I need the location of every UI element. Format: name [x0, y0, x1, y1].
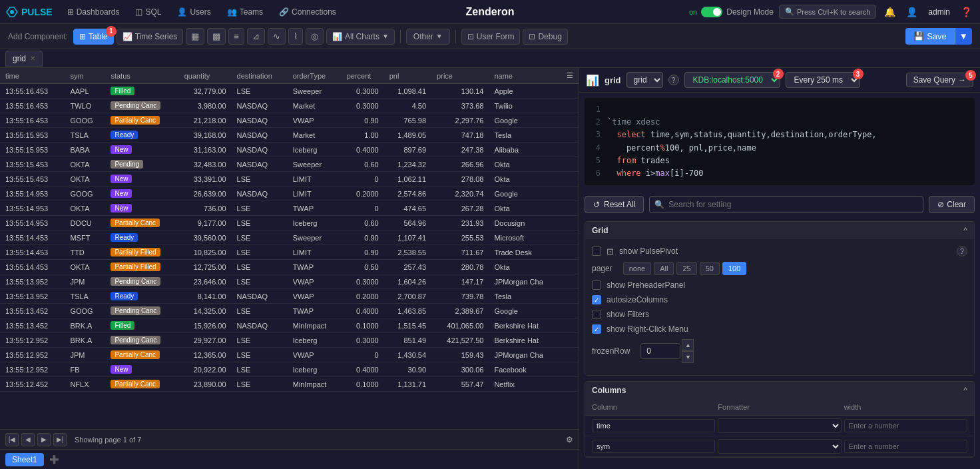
table-row[interactable]: 13:55:13.452 BRK.A Filled 15,926.00 NASD… — [0, 318, 579, 333]
save-button[interactable]: 💾 Save — [905, 28, 955, 45]
donut-icon[interactable]: ◎ — [306, 28, 324, 45]
table-row[interactable]: 13:55:16.453 TWLO Pending Canc 3,980.00 … — [0, 99, 579, 113]
pager-50[interactable]: 50 — [700, 262, 720, 275]
table-row[interactable]: 13:55:16.453 AAPL Filled 32,779.00 LSE S… — [0, 84, 579, 99]
table-row[interactable]: 13:55:15.953 TSLA Ready 39,168.00 NASDAQ… — [0, 128, 579, 143]
col-sym[interactable]: sym — [65, 68, 105, 84]
col-sym-formatter[interactable] — [718, 439, 841, 454]
line-chart-icon[interactable]: ∿ — [268, 28, 286, 45]
collapse-icon[interactable]: ^ — [963, 226, 967, 235]
preheader-checkbox[interactable] — [592, 280, 601, 290]
col-quantity[interactable]: quantity — [179, 68, 232, 84]
table-row[interactable]: 13:55:13.452 GOOG Pending Canc 14,325.00… — [0, 304, 579, 318]
col-ordertype[interactable]: orderType — [288, 68, 342, 84]
rightclick-checkbox[interactable] — [592, 324, 601, 334]
col-name[interactable]: name — [489, 68, 561, 84]
frozen-row-up[interactable]: ▲ — [682, 339, 694, 351]
col-sym-input[interactable] — [592, 440, 715, 453]
table-row[interactable]: 13:55:14.953 OKTA New 736.00 LSE TWAP 0 … — [0, 201, 579, 216]
col-time-formatter[interactable] — [718, 418, 841, 433]
pager-25[interactable]: 25 — [676, 262, 696, 275]
user-icon[interactable]: 👤 — [903, 4, 920, 20]
save-query-button[interactable]: Save Query → 5 — [906, 73, 973, 87]
table-row[interactable]: 13:55:12.452 NFLX Partially Canc 23,890.… — [0, 377, 579, 392]
table-button[interactable]: ⊞ Table 1 — [73, 29, 114, 45]
table-container[interactable]: time sym status quantity destination ord… — [0, 68, 579, 429]
reset-all-button[interactable]: ↺ Reset All — [585, 196, 644, 213]
info-icon[interactable]: ? — [668, 75, 679, 85]
table-row[interactable]: 13:55:14.453 TTD Partially Filled 10,825… — [0, 245, 579, 260]
col-destination[interactable]: destination — [232, 68, 288, 84]
design-mode-toggle[interactable]: on Design Mode — [689, 7, 774, 17]
nav-teams[interactable]: 👥 Teams — [220, 5, 270, 19]
user-form-icon[interactable]: ⊡ User Form — [461, 29, 521, 45]
interval-select[interactable]: Every 250 ms — [786, 72, 860, 88]
notification-icon[interactable]: 🔔 — [881, 4, 898, 20]
table-row[interactable]: 13:55:14.453 OKTA Partially Filled 12,72… — [0, 260, 579, 274]
table-row[interactable]: 13:55:13.952 TSLA Ready 8,141.00 NASDAQ … — [0, 289, 579, 304]
column-chart-icon[interactable]: ▩ — [207, 28, 226, 45]
table-row[interactable]: 13:55:14.953 DOCU Partially Canc 9,177.0… — [0, 216, 579, 231]
design-mode-switch[interactable] — [701, 7, 722, 17]
funnel-icon[interactable]: ⊿ — [247, 28, 265, 45]
sheet1-tab[interactable]: Sheet1 — [5, 453, 44, 466]
frozen-row-input[interactable] — [640, 343, 680, 359]
global-search[interactable]: 🔍 Press Ctrl+K to search — [779, 5, 876, 19]
tab-close-icon[interactable]: ✕ — [30, 55, 35, 62]
grid-type-select[interactable]: grid — [626, 72, 663, 88]
col-sym-width[interactable] — [844, 440, 967, 453]
table-row[interactable]: 13:55:13.952 JPM Pending Canc 23,646.00 … — [0, 274, 579, 289]
table-row[interactable]: 13:55:15.453 OKTA New 33,391.00 LSE LIMI… — [0, 172, 579, 187]
nav-sql[interactable]: ◫ SQL — [128, 5, 168, 19]
table-row[interactable]: 13:55:16.453 GOOG Partially Canc 21,218.… — [0, 113, 579, 128]
grid-tab[interactable]: grid ✕ — [5, 51, 43, 67]
show-pulse-pivot-checkbox[interactable] — [592, 246, 601, 256]
table-row[interactable]: 13:55:15.953 BABA New 31,163.00 NASDAQ I… — [0, 143, 579, 157]
search-setting-input[interactable] — [649, 196, 923, 213]
add-sheet-icon[interactable]: ➕ — [47, 452, 62, 467]
frozen-row-down[interactable]: ▼ — [682, 351, 694, 363]
pager-100[interactable]: 100 — [722, 262, 746, 275]
table-row[interactable]: 13:55:15.453 OKTA Pending 32,483.00 NASD… — [0, 157, 579, 172]
app-logo[interactable]: PULSE — [5, 5, 53, 19]
filters-checkbox[interactable] — [592, 310, 601, 319]
last-page-button[interactable]: ▶| — [53, 433, 67, 446]
page-settings-icon[interactable]: ⚙ — [566, 435, 573, 444]
time-series-button[interactable]: 📈 Time Series — [117, 29, 184, 45]
pager-none[interactable]: none — [623, 262, 651, 275]
kdb-connection-select[interactable]: KDB:localhost:5000 — [684, 72, 780, 88]
columns-section-header[interactable]: Columns ^ — [585, 382, 974, 399]
col-time-input[interactable] — [592, 419, 715, 432]
pager-all[interactable]: All — [654, 262, 674, 275]
next-page-button[interactable]: ▶ — [37, 433, 51, 446]
nav-dashboards[interactable]: ⊞ Dashboards — [61, 5, 126, 19]
table-row[interactable]: 13:55:14.453 MSFT Ready 39,560.00 LSE Sw… — [0, 231, 579, 245]
col-percent[interactable]: percent — [342, 68, 384, 84]
area-chart-icon[interactable]: ⌇ — [288, 28, 303, 45]
col-status[interactable]: status — [105, 68, 178, 84]
code-editor[interactable]: 1 2 `time xdesc 3 select time,sym,status… — [585, 98, 975, 185]
table-row[interactable]: 13:55:12.952 FB New 20,922.00 LSE Iceber… — [0, 362, 579, 377]
help-icon[interactable]: ❓ — [958, 4, 975, 20]
col-time-width[interactable] — [844, 419, 967, 432]
pulse-pivot-help[interactable]: ? — [957, 246, 967, 256]
prev-page-button[interactable]: ◀ — [21, 433, 35, 446]
col-time[interactable]: time — [0, 68, 65, 84]
save-dropdown-button[interactable]: ▼ — [955, 28, 972, 45]
grid-section-header[interactable]: Grid ^ — [585, 222, 974, 239]
clear-button[interactable]: ⊘ Clear — [929, 196, 975, 213]
other-button[interactable]: Other ▼ — [406, 29, 450, 45]
columns-collapse-icon[interactable]: ^ — [963, 386, 967, 395]
table-row[interactable]: 13:55:12.952 JPM Partially Canc 12,365.0… — [0, 348, 579, 362]
list-icon[interactable]: ≡ — [228, 28, 244, 45]
autosize-checkbox[interactable] — [592, 295, 601, 304]
col-menu[interactable]: ☰ — [561, 68, 579, 84]
col-price[interactable]: price — [431, 68, 489, 84]
table-row[interactable]: 13:55:12.952 BRK.A Pending Canc 29,927.0… — [0, 333, 579, 348]
nav-users[interactable]: 👤 Users — [170, 5, 217, 19]
first-page-button[interactable]: |◀ — [5, 433, 19, 446]
bar-chart-icon[interactable]: ▦ — [186, 28, 204, 45]
all-charts-button[interactable]: 📊 All Charts ▼ — [326, 29, 395, 45]
col-pnl[interactable]: pnl — [384, 68, 431, 84]
table-row[interactable]: 13:55:14.953 GOOG New 26,639.00 NASDAQ L… — [0, 187, 579, 201]
